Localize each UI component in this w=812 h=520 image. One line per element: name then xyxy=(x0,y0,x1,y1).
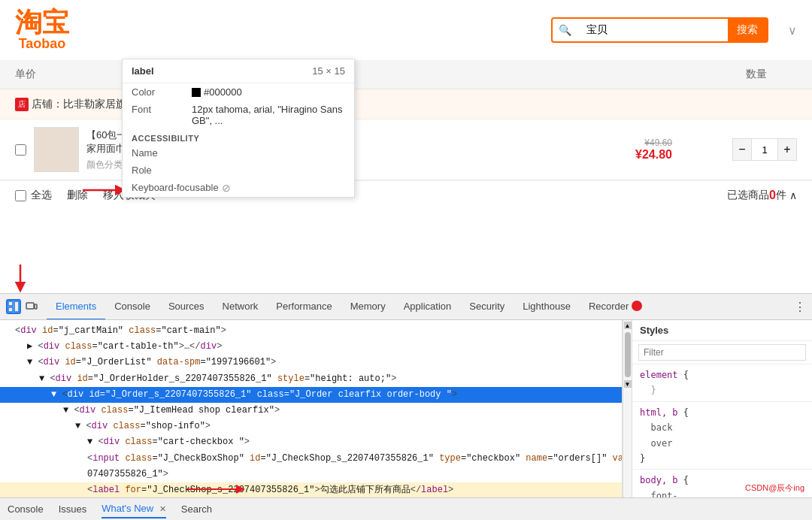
tooltip-keyboard-value: ⊘ xyxy=(222,182,231,194)
tab-elements[interactable]: Elements xyxy=(47,294,105,320)
tab-recorder[interactable]: Recorder xyxy=(580,294,651,320)
tab-console[interactable]: Console xyxy=(105,294,159,320)
search-box[interactable]: 🔍 搜索 xyxy=(551,17,768,43)
devtools-panel: Elements Console Sources Network Perform… xyxy=(0,293,812,520)
styles-rule-element: element { } xyxy=(632,364,812,402)
styles-rule-html: html, b { back over } xyxy=(632,402,812,470)
tab-sources[interactable]: Sources xyxy=(159,294,214,320)
tooltip-name-label: Name xyxy=(132,147,222,159)
styles-panel: Styles element { } html, b { back over } xyxy=(632,320,812,501)
dom-line[interactable]: <input class="J_CheckBoxShop" id="J_Chec… xyxy=(0,451,622,467)
selected-prefix: 已选商品 xyxy=(727,189,769,202)
tab-lighthouse[interactable]: Lighthouse xyxy=(514,294,580,320)
tooltip-color-row: Color #000000 xyxy=(123,83,354,101)
selected-count: 0 xyxy=(769,189,776,202)
tooltip-color-label: Color xyxy=(132,86,192,98)
dom-scrollbar[interactable]: ▲ ▼ xyxy=(623,320,632,501)
color-swatch xyxy=(192,88,201,97)
svg-rect-6 xyxy=(35,304,37,309)
dom-line-label[interactable]: <label for="J_CheckShop_s_2207407355826_… xyxy=(0,482,622,498)
tooltip-font-label: Font xyxy=(132,104,192,115)
red-arrow-2 xyxy=(9,265,32,293)
bottom-bar: Console Issues What's New ✕ Search CSDN@… xyxy=(0,497,812,520)
product-checkbox[interactable] xyxy=(15,144,26,156)
logo-english: Taobao xyxy=(19,36,66,52)
styles-selector: element { } xyxy=(640,367,804,398)
red-arrow-1 xyxy=(83,183,128,201)
tooltip-size: 15 × 15 xyxy=(312,65,345,77)
scroll-thumb[interactable] xyxy=(625,332,631,377)
svg-rect-4 xyxy=(14,301,19,312)
devtools-tabbar: Elements Console Sources Network Perform… xyxy=(0,294,812,320)
forbidden-icon: ⊘ xyxy=(222,182,231,194)
inspect-icon[interactable] xyxy=(6,299,21,314)
tab-memory[interactable]: Memory xyxy=(341,294,395,320)
dom-line[interactable]: ▼ <div id="J_OrderHolder_s_2207407355826… xyxy=(0,371,622,387)
dom-line[interactable]: ▼ <div class="shop-info"> xyxy=(0,419,622,434)
styles-selector-html: html, b { back over } xyxy=(640,405,804,467)
shop-icon: 店 xyxy=(15,98,29,111)
tooltip-name-row: Name xyxy=(123,144,354,162)
scroll-down-button[interactable]: ▼ xyxy=(624,380,632,388)
bottom-tab-issues[interactable]: Issues xyxy=(59,500,87,518)
scroll-up-button[interactable]: ▲ xyxy=(624,322,632,329)
taobao-header: 淘宝 Taobao 🔍 搜索 ∨ xyxy=(0,0,812,60)
dom-line[interactable]: ▼ <div class="J_ItemHead shop clearfix"> xyxy=(0,403,622,419)
devtools-content: <div id="j_cartMain" class="cart-main"> … xyxy=(0,320,812,501)
dom-line[interactable]: 07407355826_1"> xyxy=(0,467,622,482)
svg-rect-5 xyxy=(26,303,34,309)
more-tools-icon[interactable]: ⋮ xyxy=(794,300,806,314)
qty-input[interactable] xyxy=(751,139,778,160)
price-current: ¥24.80 xyxy=(635,148,672,162)
selected-unit: 件 xyxy=(776,189,786,202)
bottom-tab-whatsnew[interactable]: What's New ✕ xyxy=(102,500,166,518)
dom-line-selected[interactable]: ▼ <div id="J_Order_s_2207407355826_1" cl… xyxy=(0,387,622,403)
device-icon[interactable] xyxy=(23,298,41,316)
tooltip-element: label xyxy=(132,65,154,77)
select-all-checkbox[interactable] xyxy=(15,190,26,201)
search-icon: 🔍 xyxy=(553,24,577,36)
tooltip-role-label: Role xyxy=(132,165,222,176)
tooltip-role-row: Role xyxy=(123,162,354,179)
footer-right: 已选商品 0 件 ∧ xyxy=(727,189,797,202)
bottom-tab-console[interactable]: Console xyxy=(8,500,44,518)
filter-bar xyxy=(632,341,812,364)
product-image xyxy=(34,127,79,172)
element-tooltip: label 15 × 15 Color #000000 Font 12px ta… xyxy=(122,59,355,198)
search-button[interactable]: 搜索 xyxy=(728,19,767,41)
qty-control[interactable]: − + xyxy=(732,138,797,161)
select-all-label: 全选 xyxy=(31,189,52,202)
cart-header-qty: 数量 xyxy=(746,68,767,81)
dom-line[interactable]: ▼ <div id="J_OrderList" data-spm="199719… xyxy=(0,355,622,370)
tooltip-color-value: #000000 xyxy=(192,86,242,98)
recorder-record-icon xyxy=(632,301,642,311)
price-original: ¥49.60 xyxy=(635,138,672,148)
tooltip-keyboard-label: Keyboard-focusable xyxy=(132,182,222,193)
footer-expand-icon[interactable]: ∧ xyxy=(789,189,797,201)
cart-header-price: 单价 xyxy=(15,68,36,81)
tooltip-accessibility-title: ACCESSIBILITY xyxy=(123,129,354,144)
tooltip-keyboard-row: Keyboard-focusable ⊘ xyxy=(123,179,354,197)
product-price: ¥49.60 ¥24.80 xyxy=(635,138,672,162)
qty-increase-button[interactable]: + xyxy=(778,139,796,160)
filter-input[interactable] xyxy=(638,344,806,361)
dom-line[interactable]: ▶ <div class="cart-table-th">…</div> xyxy=(0,339,622,355)
svg-rect-2 xyxy=(8,301,13,306)
tab-application[interactable]: Application xyxy=(395,294,461,320)
dom-line[interactable]: <div id="j_cartMain" class="cart-main"> xyxy=(0,323,622,339)
close-whatsnew-button[interactable]: ✕ xyxy=(159,504,166,513)
svg-rect-3 xyxy=(8,307,13,312)
search-input[interactable] xyxy=(577,20,728,41)
bottom-tab-search[interactable]: Search xyxy=(181,500,212,518)
chevron-down-icon[interactable]: ∨ xyxy=(788,23,797,38)
tooltip-font-row: Font 12px tahoma, arial, "Hiragino Sans … xyxy=(123,101,354,129)
dom-line[interactable]: ▼ <div class="cart-checkbox "> xyxy=(0,434,622,450)
tooltip-header: label 15 × 15 xyxy=(123,59,354,83)
page-area: 淘宝 Taobao 🔍 搜索 ∨ label 15 × 15 Color #00… xyxy=(0,0,812,293)
taobao-logo: 淘宝 Taobao xyxy=(15,9,69,52)
logo-chinese: 淘宝 xyxy=(15,9,69,36)
tab-performance[interactable]: Performance xyxy=(267,294,341,320)
tab-network[interactable]: Network xyxy=(214,294,268,320)
tab-security[interactable]: Security xyxy=(460,294,514,320)
qty-decrease-button[interactable]: − xyxy=(733,139,751,160)
